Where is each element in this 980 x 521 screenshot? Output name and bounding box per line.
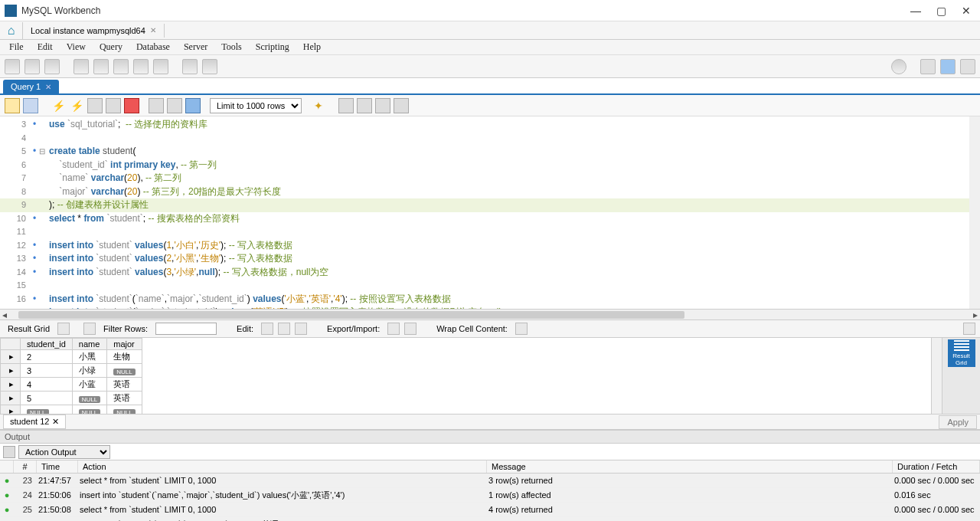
output-section-header: Output — [0, 430, 980, 444]
output-col-duration: Duration / Fetch — [893, 460, 980, 473]
grid-view-icon[interactable] — [57, 323, 70, 335]
create-function-icon[interactable] — [153, 59, 168, 74]
editor-vscroll[interactable] — [969, 116, 980, 309]
delete-row-icon[interactable] — [295, 323, 307, 335]
main-toolbar — [0, 55, 980, 78]
connection-tabs: ⌂ Local instance wampmysqld64 ✕ — [0, 21, 980, 40]
panel-right-icon[interactable] — [960, 59, 975, 74]
limit-select[interactable]: Limit to 1000 rows — [210, 98, 302, 113]
autocommit-icon[interactable] — [185, 98, 201, 113]
close-window-button[interactable]: ✕ — [962, 5, 971, 17]
output-table-header: # Time Action Message Duration / Fetch — [0, 460, 980, 473]
wrap-label: Wrap Cell Content: — [433, 324, 511, 333]
find-icon[interactable] — [338, 98, 354, 113]
close-icon[interactable]: ✕ — [52, 417, 59, 427]
connection-tab-label: Local instance wampmysqld64 — [31, 26, 145, 35]
titlebar: MySQL Workbench — ▢ ✕ — [0, 0, 980, 21]
output-row[interactable]: ●2421:50:06insert into `student`(`name`,… — [0, 488, 980, 503]
output-col-action: Action — [78, 460, 487, 473]
filter-label: Filter Rows: — [100, 324, 151, 333]
editor-hscroll[interactable]: ◂▸ — [0, 309, 980, 319]
open-sql-icon[interactable] — [24, 59, 40, 74]
panel-toggle-icon[interactable] — [963, 323, 975, 335]
output-row[interactable]: ●2621:51:06insert into `student`(`major`… — [0, 517, 980, 521]
wrap-icon[interactable] — [375, 98, 390, 113]
menu-help[interactable]: Help — [297, 40, 327, 54]
rollback-icon[interactable] — [167, 98, 182, 113]
result-grid-mode-button[interactable]: Result Grid — [948, 339, 975, 367]
import-icon[interactable] — [404, 323, 416, 335]
create-procedure-icon[interactable] — [133, 59, 149, 74]
result-tab[interactable]: student 12 ✕ — [3, 415, 66, 429]
result-side-panel: Result Grid — [942, 338, 980, 414]
panel-left-icon[interactable] — [920, 59, 936, 74]
execute-current-icon[interactable]: ⚡ — [69, 98, 84, 113]
menu-edit[interactable]: Edit — [31, 40, 59, 54]
maximize-button[interactable]: ▢ — [936, 5, 946, 17]
app-title: MySQL Workbench — [21, 5, 910, 16]
result-tab-label: student 12 — [10, 417, 49, 427]
create-table-icon[interactable] — [93, 59, 109, 74]
commit-icon[interactable] — [149, 98, 164, 113]
explain-icon[interactable] — [87, 98, 103, 113]
export-icon[interactable] — [387, 323, 400, 335]
output-mode-select[interactable]: Action Output — [18, 445, 110, 459]
edit-row-icon[interactable] — [261, 323, 273, 335]
new-sql-tab-icon[interactable] — [5, 59, 20, 74]
output-row[interactable]: ●2321:47:57select * from `student` LIMIT… — [0, 473, 980, 488]
stop-on-error-icon[interactable] — [124, 98, 139, 113]
sql-editor[interactable]: 3•use `sql_tutorial`; -- 选择使用的资料库45•⊟cre… — [0, 116, 980, 319]
inspector-icon[interactable] — [44, 59, 60, 74]
query-tab[interactable]: Query 1 ✕ — [3, 80, 59, 93]
output-col-message: Message — [487, 460, 893, 473]
result-grid[interactable]: student_idnamemajor ▸2小黑生物 ▸3小绿NULL ▸4小蓝… — [0, 338, 142, 414]
menu-database[interactable]: Database — [130, 40, 176, 54]
wrap-toggle-icon[interactable] — [515, 323, 528, 335]
invisible-icon[interactable] — [357, 98, 372, 113]
add-row-icon[interactable] — [278, 323, 290, 335]
beautify-icon[interactable]: ✦ — [311, 98, 326, 113]
filter-input[interactable] — [155, 323, 217, 335]
menu-tools[interactable]: Tools — [215, 40, 248, 54]
editor-toolbar: ⚡ ⚡ Limit to 1000 rows ✦ — [0, 95, 980, 116]
edit-label: Edit: — [234, 324, 256, 333]
execute-icon[interactable]: ⚡ — [51, 98, 66, 113]
connection-tab[interactable]: Local instance wampmysqld64 ✕ — [23, 24, 165, 38]
close-icon[interactable]: ✕ — [45, 83, 51, 91]
menu-server[interactable]: Server — [178, 40, 214, 54]
result-area: student_idnamemajor ▸2小黑生物 ▸3小绿NULL ▸4小蓝… — [0, 338, 980, 415]
output-controls: Action Output — [0, 444, 980, 460]
app-icon — [5, 5, 17, 17]
menu-scripting[interactable]: Scripting — [250, 40, 296, 54]
apply-button[interactable]: Apply — [939, 415, 977, 429]
refresh-icon[interactable] — [83, 323, 96, 335]
home-icon[interactable]: ⌂ — [0, 22, 23, 39]
result-vscroll[interactable] — [931, 338, 942, 414]
create-schema-icon[interactable] — [74, 59, 89, 74]
open-file-icon[interactable] — [5, 98, 20, 113]
output-col-time: Time — [37, 460, 78, 473]
reconnect-icon[interactable] — [202, 59, 217, 74]
export-label: Export/Import: — [324, 324, 383, 333]
close-icon[interactable]: ✕ — [150, 26, 156, 34]
menubar: File Edit View Query Database Server Too… — [0, 40, 980, 55]
menu-view[interactable]: View — [60, 40, 92, 54]
output-clear-icon[interactable] — [3, 446, 15, 458]
settings-icon[interactable] — [891, 59, 906, 74]
snippets-icon[interactable] — [394, 98, 409, 113]
result-tab-bar: student 12 ✕ Apply — [0, 415, 980, 430]
save-file-icon[interactable] — [23, 98, 38, 113]
output-col-num: # — [14, 460, 37, 473]
menu-query[interactable]: Query — [93, 40, 129, 54]
search-table-icon[interactable] — [182, 59, 198, 74]
minimize-button[interactable]: — — [910, 5, 921, 17]
output-rows: ●2321:47:57select * from `student` LIMIT… — [0, 473, 980, 521]
stop-icon[interactable] — [106, 98, 121, 113]
panel-bottom-icon[interactable] — [940, 59, 956, 74]
output-row[interactable]: ●2521:50:08select * from `student` LIMIT… — [0, 503, 980, 517]
query-tab-label: Query 1 — [11, 82, 41, 91]
menu-file[interactable]: File — [3, 40, 30, 54]
result-toolbar: Result Grid Filter Rows: Edit: Export/Im… — [0, 319, 980, 338]
create-view-icon[interactable] — [113, 59, 129, 74]
query-tabs: Query 1 ✕ — [0, 78, 980, 95]
